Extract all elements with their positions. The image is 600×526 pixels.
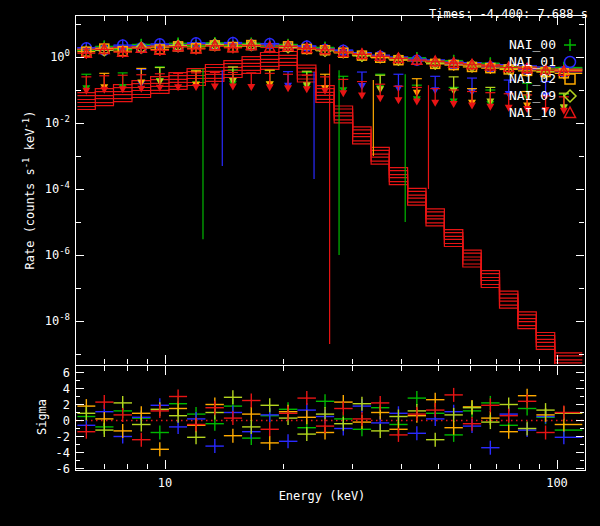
rate-axis-title: Rate (counts s-1 keV-1) (21, 111, 37, 270)
down-arrow-icon (284, 85, 292, 92)
x-axis-title: Energy (keV) (279, 489, 366, 503)
down-arrow-icon (394, 97, 402, 104)
sigma-series-NAI_00 (77, 391, 582, 445)
sigma-tick-label-2: 2 (63, 398, 70, 412)
diamond-marker (564, 90, 576, 102)
sigma-series-NAI_02 (77, 389, 582, 457)
sigma-tick-label-6: 6 (63, 366, 70, 380)
down-arrow-icon (247, 84, 255, 91)
sigma-tick-label--6: -6 (56, 462, 70, 476)
x-tick-label-100: 100 (546, 476, 568, 490)
down-arrow-icon (82, 88, 90, 95)
legend-label-NAI_09: NAI_09 (509, 88, 556, 103)
down-arrow-icon (431, 100, 439, 107)
down-arrow-icon (486, 104, 494, 111)
down-arrow-icon (266, 84, 274, 91)
x-tick-label-10: 10 (158, 476, 172, 490)
down-arrow-icon (358, 93, 366, 100)
down-arrow-icon (339, 90, 347, 97)
sigma-tick-label-0: 0 (63, 414, 70, 428)
down-arrow-icon (450, 101, 458, 108)
down-arrow-icon (100, 87, 108, 94)
sigma-tick-label--2: -2 (56, 430, 70, 444)
y-tick-label-1e-6: 10-6 (45, 246, 70, 262)
sigma-series-NAI_10 (77, 388, 582, 447)
legend-item-NAI_00: NAI_00 (509, 37, 576, 52)
legend-label-NAI_10: NAI_10 (509, 105, 556, 120)
legend-item-NAI_02: NAI_02 (509, 71, 575, 86)
plus-marker (564, 39, 576, 51)
legend-label-NAI_02: NAI_02 (509, 71, 556, 86)
legend-label-NAI_01: NAI_01 (509, 54, 556, 69)
y-tick-label-1e-4: 10-4 (45, 180, 70, 196)
legend-label-NAI_00: NAI_00 (509, 37, 556, 52)
circle-marker (565, 57, 576, 68)
count-spectrum-plot: 1010010010-210-410-610-86420-2-4-6 NAI_0… (0, 0, 600, 526)
down-arrow-icon (468, 103, 476, 110)
y-tick-label-1e0: 100 (50, 48, 70, 64)
sigma-series-NAI_09 (77, 390, 582, 446)
down-arrow-icon (376, 95, 384, 102)
down-arrow-icon (321, 88, 329, 95)
sigma-tick-label--4: -4 (56, 446, 70, 460)
down-arrow-icon (174, 84, 182, 91)
sigma-axis-title: Sigma (35, 399, 49, 435)
y-tick-label-1e-2: 10-2 (45, 114, 70, 130)
down-arrow-icon (229, 83, 237, 90)
legend-item-NAI_09: NAI_09 (509, 88, 576, 103)
down-arrow-icon (192, 84, 200, 91)
down-arrow-icon (137, 86, 145, 93)
down-arrow-icon (413, 98, 421, 105)
spectral-fit-window: 1010010010-210-410-610-86420-2-4-6 NAI_0… (0, 0, 600, 526)
sigma-tick-label-4: 4 (63, 382, 70, 396)
down-arrow-icon (303, 86, 311, 93)
main-panel-data (77, 37, 582, 370)
down-arrow-icon (211, 83, 219, 90)
y-tick-label-1e-8: 10-8 (45, 312, 70, 328)
sigma-panel-data (76, 388, 584, 456)
times-label: Times: -4.400: 7.688 s (429, 7, 588, 21)
